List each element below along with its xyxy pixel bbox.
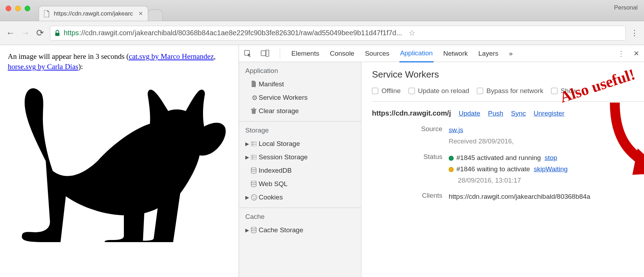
address-bar[interactable]: https://cdn.rawgit.com/jakearchibald/803… xyxy=(50,26,626,41)
database-icon xyxy=(251,181,258,187)
offline-checkbox[interactable]: Offline xyxy=(372,87,401,95)
window-minimize-button[interactable] xyxy=(15,6,21,11)
bookmark-star-icon[interactable]: ☆ xyxy=(409,29,416,38)
bypass-network-checkbox[interactable]: Bypass for network xyxy=(477,87,543,95)
svg-point-12 xyxy=(251,167,256,170)
window-chrome: Personal https://cdn.rawgit.com/jakearc … xyxy=(0,0,644,21)
sw-origin-url: https://cdn.rawgit.com/j xyxy=(372,109,451,117)
cat-image xyxy=(8,74,231,243)
sidebar-item-session-storage[interactable]: ▶ Session Storage xyxy=(239,150,361,164)
svg-rect-0 xyxy=(55,33,59,36)
sidebar-item-cookies[interactable]: ▶ Cookies xyxy=(239,191,361,204)
window-close-button[interactable] xyxy=(6,6,11,11)
status-value: #1845 activated and running stop #1846 w… xyxy=(449,152,644,186)
page-icon xyxy=(44,10,50,18)
svg-point-15 xyxy=(253,196,253,197)
database-icon xyxy=(251,167,258,174)
devtools-sidebar: Application Manifest ⚙ Service Workers C… xyxy=(239,62,361,277)
sw-options: Offline Update on reload Bypass for netw… xyxy=(372,87,644,101)
svg-point-19 xyxy=(251,227,256,229)
sync-link[interactable]: Sync xyxy=(511,110,526,117)
chevron-right-icon: ▶ xyxy=(245,195,249,200)
browser-tab-new[interactable] xyxy=(148,10,163,21)
tab-network[interactable]: Network xyxy=(443,45,469,62)
show-checkbox[interactable]: Show xyxy=(551,87,577,95)
sidebar-item-local-storage[interactable]: ▶ Local Storage xyxy=(239,137,361,150)
clients-label: Clients xyxy=(372,191,442,199)
sidebar-header-cache: Cache xyxy=(239,208,361,223)
file-icon xyxy=(251,81,258,88)
content-row: An image will appear here in 3 seconds (… xyxy=(0,45,644,277)
chevron-right-icon: ▶ xyxy=(245,154,249,160)
reload-button[interactable]: ⟳ xyxy=(35,27,45,38)
sidebar-item-label: Service Workers xyxy=(259,94,308,101)
sidebar-item-label: Web SQL xyxy=(259,180,288,188)
tab-title: https://cdn.rawgit.com/jakearc xyxy=(54,10,133,17)
push-link[interactable]: Push xyxy=(488,110,503,117)
sidebar-item-websql[interactable]: Web SQL xyxy=(239,177,361,191)
devtools-panel: Elements Console Sources Application Net… xyxy=(239,45,644,277)
url-path: jakearchibald/80368b84ac1ae8e229fc90b3fe… xyxy=(135,29,402,37)
lock-icon xyxy=(55,30,60,36)
tabs-overflow[interactable]: » xyxy=(508,45,513,62)
service-workers-panel: Service Workers Offline Update on reload… xyxy=(361,62,644,277)
status2-text: #1846 waiting to activate xyxy=(456,165,530,173)
traffic-lights xyxy=(6,6,30,11)
source-value: sw.js Received 28/09/2016, xyxy=(449,124,644,147)
page-view: An image will appear here in 3 seconds (… xyxy=(0,45,239,277)
forward-button[interactable]: → xyxy=(20,27,30,38)
trash-icon xyxy=(251,108,258,114)
chevron-right-icon: ▶ xyxy=(245,141,249,147)
tab-console[interactable]: Console xyxy=(329,45,355,62)
devtools-menu-icon[interactable]: ⋮ xyxy=(618,49,625,58)
sidebar-item-label: IndexedDB xyxy=(259,167,292,174)
devtools-tabbar: Elements Console Sources Application Net… xyxy=(239,45,644,62)
stop-link[interactable]: stop xyxy=(544,154,557,161)
source-label: Source xyxy=(372,124,442,133)
sw-origin-row: https://cdn.rawgit.com/j Update Push Syn… xyxy=(372,109,644,117)
url-host: ://cdn.rawgit.com/ xyxy=(79,29,134,37)
sidebar-item-cache-storage[interactable]: ▶ Cache Storage xyxy=(239,223,361,237)
back-button[interactable]: ← xyxy=(6,27,15,38)
unregister-link[interactable]: Unregister xyxy=(533,110,564,117)
page-link-cat[interactable]: cat.svg by Marco Hernandez xyxy=(129,52,214,61)
status1-text: #1845 activated and running xyxy=(456,154,541,161)
url-toolbar: ← → ⟳ https://cdn.rawgit.com/jakearchiba… xyxy=(0,21,644,45)
panel-title: Service Workers xyxy=(372,69,644,80)
sw-source-link[interactable]: sw.js xyxy=(449,126,463,134)
url-protocol: https xyxy=(64,29,79,37)
window-maximize-button[interactable] xyxy=(25,6,30,11)
tab-sources[interactable]: Sources xyxy=(364,45,390,62)
browser-tab-active[interactable]: https://cdn.rawgit.com/jakearc × xyxy=(39,6,148,21)
profile-badge[interactable]: Personal xyxy=(614,4,638,11)
sidebar-item-indexeddb[interactable]: IndexedDB xyxy=(239,164,361,177)
sidebar-item-manifest[interactable]: Manifest xyxy=(239,78,361,91)
browser-menu-button[interactable]: ⋮ xyxy=(631,29,638,38)
tab-layers[interactable]: Layers xyxy=(478,45,499,62)
sidebar-item-label: Session Storage xyxy=(259,153,308,161)
svg-point-17 xyxy=(253,198,254,199)
device-icon[interactable] xyxy=(261,50,269,57)
sidebar-item-clear-storage[interactable]: Clear storage xyxy=(239,104,361,118)
update-link[interactable]: Update xyxy=(459,110,480,117)
clients-value: https://cdn.rawgit.com/jakearchibald/803… xyxy=(449,191,644,202)
tab-close-icon[interactable]: × xyxy=(139,10,143,18)
sidebar-item-label: Local Storage xyxy=(259,140,300,148)
devtools-close-icon[interactable]: × xyxy=(634,48,639,59)
sidebar-header-application: Application xyxy=(239,62,361,78)
page-link-horse[interactable]: horse.svg by Carla Dias xyxy=(8,62,78,71)
sidebar-header-storage: Storage xyxy=(239,122,361,137)
tab-application[interactable]: Application xyxy=(399,45,434,62)
sidebar-item-label: Cache Storage xyxy=(259,226,303,234)
sidebar-item-service-workers[interactable]: ⚙ Service Workers xyxy=(239,91,361,104)
database-icon xyxy=(251,227,258,233)
skipwaiting-link[interactable]: skipWaiting xyxy=(534,165,568,173)
page-text-post: ): xyxy=(78,62,83,71)
update-on-reload-checkbox[interactable]: Update on reload xyxy=(409,87,469,95)
svg-rect-4 xyxy=(251,141,257,146)
inspect-icon[interactable] xyxy=(244,50,252,57)
sw-received-text: Received 28/09/2016, xyxy=(449,137,514,145)
svg-point-18 xyxy=(255,198,255,199)
tab-elements[interactable]: Elements xyxy=(291,45,320,62)
page-text: An image will appear here in 3 seconds ( xyxy=(8,52,129,61)
